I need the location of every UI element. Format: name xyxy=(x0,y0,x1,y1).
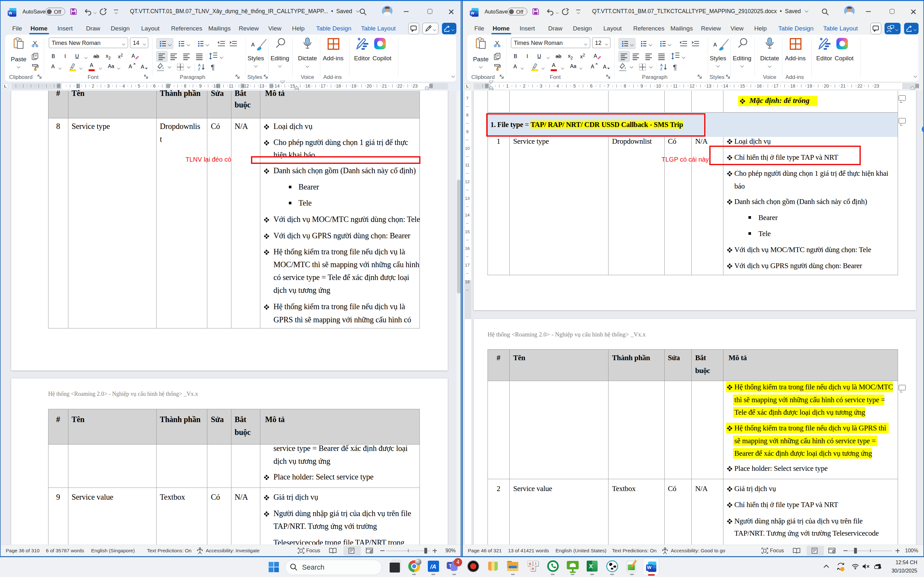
svg-text:A: A xyxy=(660,63,663,67)
svg-text:A: A xyxy=(198,63,200,67)
svg-text:Z: Z xyxy=(198,67,200,71)
svg-text:Z: Z xyxy=(660,67,662,71)
